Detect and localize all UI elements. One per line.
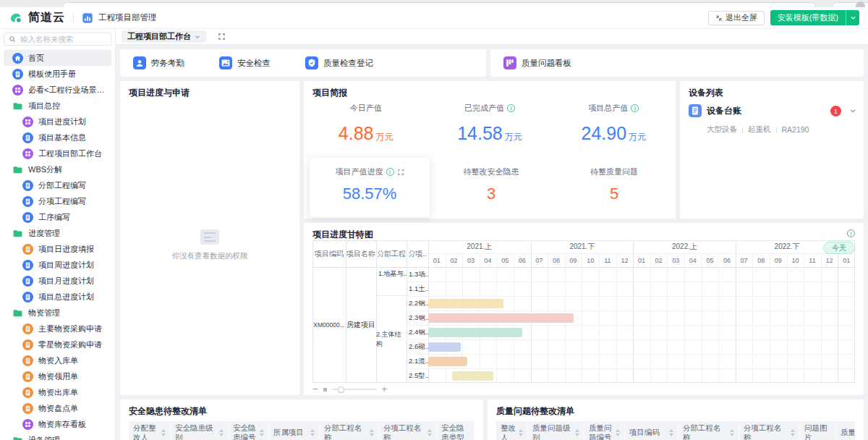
grid-hline — [312, 253, 855, 254]
kpi: 待整改安全隐患3 — [430, 158, 553, 217]
column-header[interactable]: 分部工程名称 — [678, 421, 739, 440]
sidebar-item-label: 进度管理 — [28, 228, 60, 239]
doc-icon — [22, 132, 33, 143]
sidebar-item[interactable]: 分部工程编写 — [4, 177, 111, 193]
sidebar-item-label: 项目日进度填报 — [38, 244, 94, 255]
install-template-caret[interactable] — [846, 10, 859, 25]
sidebar-item[interactable]: 零星物资采购申请 — [4, 337, 111, 352]
grid-hline — [407, 282, 855, 282]
info-icon[interactable] — [631, 104, 639, 112]
sidebar-item[interactable]: 物资领用单 — [4, 368, 111, 384]
device-ledger-item[interactable]: 设备台账 1 — [689, 104, 856, 117]
sidebar-item[interactable]: 物资入库单 — [4, 352, 111, 368]
home-icon — [12, 53, 23, 64]
quick-link[interactable]: 质量问题看板 — [503, 56, 571, 69]
column-header-label: 安全隐患编号 — [233, 423, 257, 440]
zoom-track[interactable] — [332, 389, 377, 390]
quick-link[interactable]: 劳务考勤 — [133, 56, 184, 69]
column-header[interactable]: 安全隐患编号 — [229, 421, 269, 440]
sidebar-item[interactable]: 工序编写 — [4, 209, 111, 225]
sidebar-item[interactable]: 进度管理 — [4, 225, 111, 241]
sidebar-item[interactable]: WBS分解 — [4, 161, 111, 177]
sidebar-item[interactable]: 工程项目部工作台 — [4, 145, 111, 161]
search-input[interactable] — [19, 34, 106, 44]
quick-link[interactable]: 质量检查登记 — [305, 56, 373, 69]
sort-icon[interactable] — [367, 429, 374, 436]
today-button[interactable]: 今天 — [823, 242, 855, 254]
tab-workspace[interactable]: 工程项目部工作台 — [122, 30, 206, 43]
sidebar-item[interactable]: 物资管理 — [4, 305, 111, 321]
zoom-handle[interactable] — [338, 386, 344, 393]
kpi-number: 3 — [487, 185, 495, 203]
sidebar-item[interactable]: 必看<工程行业场景地图> — [4, 82, 111, 98]
column-header[interactable]: 质量问题编号 — [584, 421, 625, 440]
sidebar-item[interactable]: 物资库存看板 — [4, 416, 111, 432]
kpi-row-2: 项目产值进度58.57%待整改安全隐患3待整质量问题5 — [304, 158, 676, 217]
exit-fullscreen-button[interactable]: 退出全屏 — [708, 11, 765, 25]
column-header-label: 质量问题编号 — [589, 423, 613, 440]
no-permission-icon — [200, 229, 219, 245]
sidebar-item[interactable]: 项目月进度计划 — [4, 273, 111, 289]
sort-icon[interactable] — [572, 429, 579, 436]
info-icon[interactable] — [847, 229, 855, 237]
sort-icon[interactable] — [727, 429, 734, 436]
browser-avatar[interactable] — [856, 1, 865, 7]
doc-icon — [22, 244, 33, 255]
chevron-down-icon[interactable] — [849, 107, 856, 114]
browser-url-bar[interactable] — [62, 2, 816, 7]
sort-icon[interactable] — [216, 429, 224, 436]
workspace-tabbar: 工程项目部工作台 — [116, 29, 868, 45]
sidebar-item[interactable]: 主要物资采购申请 — [4, 321, 111, 337]
info-icon[interactable] — [507, 104, 515, 112]
column-header[interactable]: 分部工程名称 — [320, 421, 379, 440]
column-header[interactable]: 质量问题级别 — [528, 421, 584, 440]
sort-icon[interactable] — [257, 429, 264, 436]
gantt-bar[interactable] — [428, 299, 503, 308]
sidebar-item[interactable]: 首页 — [4, 50, 111, 66]
gantt-bar[interactable] — [428, 328, 522, 337]
info-icon[interactable] — [386, 168, 394, 176]
sort-icon[interactable] — [307, 429, 315, 436]
gantt-bar[interactable] — [428, 357, 467, 366]
gantt-bar[interactable] — [452, 371, 493, 381]
sort-icon[interactable] — [516, 429, 523, 436]
doc-icon — [22, 339, 33, 350]
dash-icon — [22, 148, 33, 159]
sort-icon[interactable] — [788, 429, 795, 436]
gantt-bar[interactable] — [428, 342, 461, 352]
column-header[interactable]: 分配整改人 — [129, 421, 171, 440]
column-header[interactable]: 分项工程名称 — [739, 421, 800, 440]
sidebar-item[interactable]: 项目总控 — [4, 98, 111, 114]
dash-icon — [12, 85, 23, 96]
sidebar-search[interactable] — [4, 33, 111, 46]
sidebar-item[interactable]: 项目基本信息 — [4, 130, 111, 145]
sidebar-item[interactable]: 项目周进度计划 — [4, 257, 111, 273]
zoom-in-icon[interactable]: + — [382, 386, 388, 393]
sidebar-item[interactable]: 物资盘点单 — [4, 400, 111, 416]
sidebar-item[interactable]: 项目进度计划 — [4, 114, 111, 130]
fullscreen-toggle-icon[interactable] — [218, 33, 226, 41]
kpi-label: 今日产值 — [350, 103, 382, 114]
sidebar-item[interactable]: 分项工程编写 — [4, 193, 111, 209]
install-template-button[interactable]: 安装模板(带数据) — [770, 10, 846, 25]
sidebar-item[interactable]: 物资出库单 — [4, 384, 111, 400]
expand-icon[interactable] — [397, 169, 404, 176]
sidebar-item[interactable]: 项目日进度填报 — [4, 241, 111, 257]
sidebar-item[interactable]: 模板使用手册 — [4, 66, 111, 82]
zoom-out-icon[interactable]: − — [312, 386, 318, 393]
quick-link[interactable]: 安全检查 — [219, 56, 271, 69]
column-header[interactable]: 所属项目 — [269, 421, 320, 440]
sort-icon[interactable] — [613, 429, 620, 436]
sort-icon[interactable] — [666, 429, 673, 436]
column-header[interactable]: 安全隐患级别 — [171, 421, 229, 440]
column-header[interactable]: 整改人 — [496, 421, 528, 440]
column-header[interactable]: 项目编码 — [625, 421, 678, 440]
image-icon — [219, 56, 232, 69]
sort-icon[interactable] — [158, 429, 166, 436]
gantt-bar[interactable] — [428, 313, 574, 323]
sidebar-item[interactable]: 项目总进度计划 — [4, 289, 111, 305]
column-header[interactable]: 分项工程名称 — [379, 421, 437, 440]
sort-icon[interactable] — [425, 429, 432, 436]
zoom-reset-icon[interactable] — [323, 388, 327, 392]
sidebar-item[interactable]: 设备管理 — [4, 432, 111, 440]
